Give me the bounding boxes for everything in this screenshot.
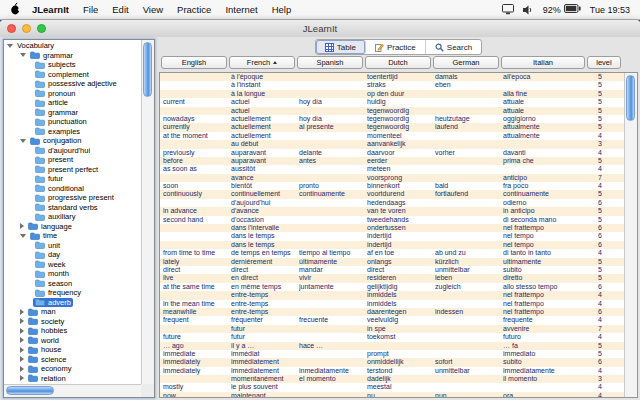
table-row[interactable]: mostlyle plus souventmeestal4 xyxy=(160,383,624,391)
tree-item-grammar[interactable]: grammar xyxy=(4,108,141,118)
tree-item-examples[interactable]: examples xyxy=(4,127,141,137)
table-row[interactable]: au débutaanvankelijk3 xyxy=(160,140,624,148)
sidebar-horizontal-scrollbar[interactable] xyxy=(4,384,141,397)
title-bar[interactable]: JLearnIt xyxy=(0,20,640,38)
tab-practice[interactable]: Practice xyxy=(366,40,426,54)
table-row[interactable]: at the same timeen même tempsjuntamenteg… xyxy=(160,283,624,291)
tree-item-science[interactable]: science xyxy=(4,355,141,365)
apple-menu[interactable] xyxy=(10,2,21,17)
tree-item-frequency[interactable]: frequency xyxy=(4,288,141,298)
menu-clock[interactable]: Tue 19:53 xyxy=(590,5,630,15)
menu-view[interactable]: View xyxy=(136,4,170,15)
table-row[interactable]: avancevoorspronganticipo7 xyxy=(160,174,624,182)
table-row[interactable]: … agoil y a …hace …… fa5 xyxy=(160,342,624,350)
tree-item-grammar[interactable]: grammar xyxy=(4,51,141,61)
tree-item-futur[interactable]: futur xyxy=(4,174,141,184)
tree-item-hobbies[interactable]: hobbies xyxy=(4,326,141,336)
table-row[interactable]: actueltegenwoordigattuale5 xyxy=(160,107,624,115)
table-row[interactable]: latelydernièrementúltimamenteonlangskürz… xyxy=(160,258,624,266)
tree-item-language[interactable]: language xyxy=(4,222,141,232)
disclosure-triangle-collapsed-icon[interactable] xyxy=(20,366,24,372)
tree-item-auxiliary[interactable]: auxiliary xyxy=(4,212,141,222)
tree-item-day[interactable]: day xyxy=(4,250,141,260)
tree-item-time[interactable]: time xyxy=(4,231,141,241)
column-header-italian[interactable]: Italian xyxy=(501,56,585,69)
tree-item-d-aujourd-hui[interactable]: d'aujourd'hui xyxy=(4,146,141,156)
disclosure-triangle-expanded-icon[interactable] xyxy=(7,44,13,48)
tree-item-present[interactable]: present xyxy=(4,155,141,165)
menu-edit[interactable]: Edit xyxy=(105,4,135,15)
table-row[interactable]: as soon asaussitôtmeteen4 xyxy=(160,165,624,173)
table-row[interactable]: à la longueop den duuralla fine5 xyxy=(160,90,624,98)
table-row[interactable]: momentanémentel momentodadelijkil moment… xyxy=(160,375,624,383)
table-row[interactable]: continuouslycontinuellementcontinuamente… xyxy=(160,190,624,198)
column-header-german[interactable]: German xyxy=(433,56,499,69)
menu-internet[interactable]: Internet xyxy=(218,4,264,15)
table-row[interactable]: currentlyactuellemental presentetegenwoo… xyxy=(160,123,624,131)
tree-item-pronoun[interactable]: pronoun xyxy=(4,89,141,99)
disclosure-triangle-collapsed-icon[interactable] xyxy=(20,309,24,315)
disclosure-triangle-expanded-icon[interactable] xyxy=(20,234,26,238)
table-row[interactable]: entre-tempsinmiddelsnel frattempo4 xyxy=(160,291,624,299)
tree-item-man[interactable]: man xyxy=(4,307,141,317)
tree-item-vocabulary[interactable]: Vocabulary xyxy=(4,41,141,51)
minimize-button[interactable] xyxy=(22,24,31,33)
tree-item-possessive-adjective[interactable]: possessive adjective xyxy=(4,79,141,89)
disclosure-triangle-expanded-icon[interactable] xyxy=(20,53,26,57)
tree-item-society[interactable]: society xyxy=(4,317,141,327)
table-row[interactable]: à l'instantstrakseben5 xyxy=(160,81,624,89)
table-row[interactable]: frequentfréquenterfrecuenteveelvuldigfre… xyxy=(160,316,624,324)
table-row[interactable]: currentactuelhoy díahuidigattuale5 xyxy=(160,98,624,106)
disclosure-triangle-collapsed-icon[interactable] xyxy=(20,318,24,324)
table-row[interactable]: nowadaysactuellementhoy díategenwoordigh… xyxy=(160,115,624,123)
tree-item-complement[interactable]: complement xyxy=(4,70,141,80)
table-row[interactable]: dans le tempsindertijdnel tempo6 xyxy=(160,232,624,240)
table-vertical-scrollbar-thumb[interactable] xyxy=(626,75,635,121)
table-vertical-scrollbar[interactable] xyxy=(624,73,637,397)
tree-item-present-perfect[interactable]: present perfect xyxy=(4,165,141,175)
table-row[interactable]: second handd'occasiontweedehandsdi secon… xyxy=(160,216,624,224)
tree-item-progressive-present[interactable]: progressive present xyxy=(4,193,141,203)
column-header-level[interactable]: level xyxy=(587,56,621,69)
table-row[interactable]: meanwhileentre-tempsdaarentegenindessenn… xyxy=(160,308,624,316)
menu-practice[interactable]: Practice xyxy=(170,4,218,15)
table-row[interactable]: immediatelyimmédiatementinmediatamentete… xyxy=(160,367,624,375)
table-row[interactable]: directdirectmandardirectunmittelbarsubit… xyxy=(160,266,624,274)
table-row[interactable]: nowmaintenantnununora4 xyxy=(160,392,624,397)
sidebar-horizontal-scrollbar-thumb[interactable] xyxy=(6,386,54,395)
table-row[interactable]: dans l'intervalleondertussennel frattemp… xyxy=(160,224,624,232)
tree-item-adverb[interactable]: adverb xyxy=(4,298,141,308)
tree-item-unit[interactable]: unit xyxy=(4,241,141,251)
disclosure-triangle-collapsed-icon[interactable] xyxy=(20,356,24,362)
table-row[interactable]: at the momentactuellementmomenteelattual… xyxy=(160,132,624,140)
menu-file[interactable]: File xyxy=(76,4,105,15)
table-row[interactable]: soonbientôtprontobinnenkortbaldfra poco4 xyxy=(160,182,624,190)
zoom-button[interactable] xyxy=(37,24,46,33)
tree-item-punctuation[interactable]: punctuation xyxy=(4,117,141,127)
table-row[interactable]: futurin speavvenire7 xyxy=(160,325,624,333)
tree-item-season[interactable]: season xyxy=(4,279,141,289)
table-row[interactable]: immediatelyimmédiatementonmiddellijksofo… xyxy=(160,358,624,366)
tree-item-week[interactable]: week xyxy=(4,260,141,270)
disclosure-triangle-collapsed-icon[interactable] xyxy=(20,328,24,334)
tree-item-house[interactable]: house xyxy=(4,345,141,355)
column-header-french[interactable]: French xyxy=(229,56,295,69)
menu-jlearnit[interactable]: JLearnIt xyxy=(25,4,76,15)
column-header-spanish[interactable]: Spanish xyxy=(297,56,363,69)
tree-item-conditional[interactable]: conditional xyxy=(4,184,141,194)
table-row[interactable]: in advanced'avancevan te vorenin anticip… xyxy=(160,207,624,215)
disclosure-triangle-collapsed-icon[interactable] xyxy=(20,347,24,353)
tree-item-economy[interactable]: economy xyxy=(4,364,141,374)
disclosure-triangle-expanded-icon[interactable] xyxy=(20,139,26,143)
table-row[interactable]: d'aujourd'huihedendaagsodierno6 xyxy=(160,199,624,207)
disclosure-triangle-collapsed-icon[interactable] xyxy=(20,337,24,343)
tree-item-standard-verbs[interactable]: standard verbs xyxy=(4,203,141,213)
menu-help[interactable]: Help xyxy=(265,4,299,15)
table-row[interactable]: futurefuturtoekomstfuturo4 xyxy=(160,333,624,341)
sidebar-vertical-scrollbar[interactable] xyxy=(141,40,154,384)
table-row[interactable]: previouslyauparavantdelantedaarvoorvorhe… xyxy=(160,149,624,157)
table-row[interactable]: dans le tempsindertijdnel tempo6 xyxy=(160,241,624,249)
battery-indicator[interactable]: 92% xyxy=(543,4,581,15)
tree-item-conjugation[interactable]: conjugation xyxy=(4,136,141,146)
sidebar-vertical-scrollbar-thumb[interactable] xyxy=(143,42,152,97)
